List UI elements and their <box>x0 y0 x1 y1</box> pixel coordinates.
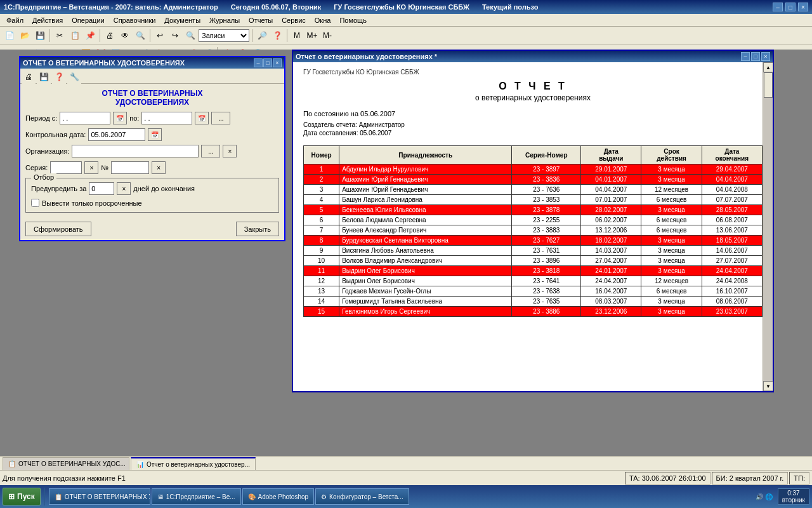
cell-term: 6 месяцев <box>641 195 702 205</box>
warn-clear-btn[interactable]: × <box>117 182 131 195</box>
close-button-dialog[interactable]: Закрыть <box>236 222 279 236</box>
bottom-tab-0[interactable]: 📋 ОТЧЕТ О ВЕТЕРИНАРНЫХ УДОС... <box>3 457 129 470</box>
menu-item-сервис[interactable]: Сервис <box>278 16 310 25</box>
menu-item-отчеты[interactable]: Отчеты <box>245 16 277 25</box>
small-dialog-minimize[interactable]: – <box>254 58 263 67</box>
cell-num: 15 <box>304 307 339 317</box>
tb-paste-button[interactable]: 📌 <box>83 29 97 43</box>
cell-date: 27.04.2007 <box>581 256 641 266</box>
report-content[interactable]: ГУ Госветслужбы КО Юргинская СББЖ О Т Ч … <box>293 62 773 391</box>
cell-date: 16.04.2007 <box>581 286 641 297</box>
toolbar-sep-2 <box>100 29 100 42</box>
tb-copy-button[interactable]: 📋 <box>68 29 82 43</box>
maximize-button[interactable]: □ <box>785 3 796 11</box>
cell-end: 06.08.2007 <box>702 215 762 225</box>
taskbar-item-2[interactable]: 🎨 Adobe Photoshop <box>242 488 315 505</box>
tb-cut-button[interactable]: ✂ <box>53 29 67 43</box>
toolbar-sep-4 <box>252 29 252 42</box>
cell-num: 5 <box>304 205 339 215</box>
org-input[interactable] <box>72 145 199 157</box>
tb-btn-8[interactable]: ↩ <box>153 29 167 43</box>
org-dots-btn[interactable]: ... <box>201 145 220 157</box>
period-to-input[interactable] <box>141 112 192 124</box>
control-date-row: Контрольная дата: 📅 <box>25 128 279 141</box>
tb-btn-10[interactable]: 🔎 <box>255 29 269 43</box>
report-maximize-btn[interactable]: □ <box>751 52 760 61</box>
sd-tb-btn-4[interactable]: 🔧 <box>67 70 81 84</box>
scroll-up-btn[interactable]: ▲ <box>763 62 773 72</box>
scroll-down-btn[interactable]: ▼ <box>763 381 773 391</box>
menu-item-операции[interactable]: Операции <box>68 16 108 25</box>
scroll-thumb[interactable] <box>764 72 773 98</box>
num-input[interactable] <box>111 161 149 174</box>
tb-btn-mplus[interactable]: M+ <box>305 29 319 43</box>
tb-btn-m[interactable]: M <box>290 29 304 43</box>
cell-term: 6 месяцев <box>641 286 702 297</box>
report-title-bar: Отчет о ветеринарных удостоверениях * – … <box>293 51 773 62</box>
menu-item-журналы[interactable]: Журналы <box>206 16 244 25</box>
form-button[interactable]: Сформировать <box>25 222 91 236</box>
tb-new-button[interactable]: 📄 <box>3 29 16 43</box>
num-clear-btn[interactable]: × <box>152 161 166 174</box>
warn-days-input[interactable] <box>89 182 114 195</box>
tb-combo[interactable]: Записи <box>199 29 249 42</box>
period-row: Период с: 📅 по: 📅 ... <box>25 112 279 124</box>
report-minimize-btn[interactable]: – <box>741 52 750 61</box>
period-from-input[interactable] <box>60 112 110 124</box>
warn-suffix: дней до окончания <box>133 185 195 192</box>
control-date-input[interactable] <box>88 128 145 141</box>
bottom-tab-1[interactable]: 📊 Отчет о ветеринарных удостовер... <box>131 457 256 470</box>
taskbar-item-3[interactable]: ⚙ Конфигуратор – Ветста... <box>315 488 409 505</box>
cell-end: 04.04.2007 <box>702 175 762 185</box>
taskbar-item-1[interactable]: 🖥 1С:Предприятие – Ве... <box>152 488 241 505</box>
bottom-tab-icon-1: 📊 <box>136 461 144 468</box>
cell-term: 3 месяца <box>641 256 702 266</box>
sd-tb-btn-3[interactable]: ❓ <box>52 70 66 84</box>
minimize-button[interactable]: – <box>773 3 783 11</box>
menu-item-действия[interactable]: Действия <box>29 16 67 25</box>
tb-btn-11[interactable]: ❓ <box>270 29 284 43</box>
small-dialog-close[interactable]: × <box>273 58 282 67</box>
tb-btn-9[interactable]: ↪ <box>168 29 182 43</box>
overdue-row: Вывести только просроченные <box>31 199 273 207</box>
cell-end: 23.03.2007 <box>702 307 762 317</box>
menu-item-документы[interactable]: Документы <box>160 16 204 25</box>
org-clear-btn[interactable]: × <box>223 145 237 157</box>
sd-tb-btn-2[interactable]: 💾 <box>37 70 51 84</box>
menu-item-файл[interactable]: Файл <box>3 16 27 25</box>
taskbar-item-0[interactable]: 📋 ОТЧЕТ О ВЕТЕРИНАРНЫХ УДОС... <box>49 488 150 505</box>
control-date-calendar-btn[interactable]: 📅 <box>148 128 162 141</box>
tb-btn-6[interactable]: 👁 <box>118 29 132 43</box>
cell-num: 10 <box>304 256 339 266</box>
sd-tb-btn-1[interactable]: 🖨 <box>22 70 36 84</box>
report-scrollbar-v[interactable]: ▲ ▼ <box>763 62 773 391</box>
start-button[interactable]: ⊞ Пуск <box>3 488 41 505</box>
tb-btn-7[interactable]: 🔍 <box>133 29 147 43</box>
title-bar: 1С:Предприятие – Ветстанция - 2007: вате… <box>0 0 812 14</box>
menu-item-окна[interactable]: Окна <box>311 16 335 25</box>
taskbar-items: 📋 ОТЧЕТ О ВЕТЕРИНАРНЫХ УДОС... 🖥 1С:Пред… <box>49 488 753 505</box>
only-overdue-checkbox[interactable] <box>31 199 39 207</box>
tb-save-button[interactable]: 💾 <box>33 29 47 43</box>
cell-name: Башун Лариса Леонидовна <box>339 195 512 205</box>
period-dots-btn[interactable]: ... <box>211 112 230 124</box>
period-to-calendar-btn[interactable]: 📅 <box>195 112 209 124</box>
menu-item-помощь[interactable]: Помощь <box>336 16 370 25</box>
serial-clear-btn[interactable]: × <box>84 161 98 174</box>
serial-input[interactable] <box>50 161 82 174</box>
status-bi: БИ: 2 квартал 2007 г. <box>712 472 789 485</box>
menu-item-справочники[interactable]: Справочники <box>110 16 160 25</box>
tb-btn-mminus[interactable]: M- <box>320 29 334 43</box>
tb-search-button[interactable]: 🔍 <box>183 29 197 43</box>
report-close-btn[interactable]: × <box>761 52 770 61</box>
cell-end: 04.04.2008 <box>702 185 762 195</box>
tb-open-button[interactable]: 📂 <box>18 29 32 43</box>
serial-label: Серия: <box>25 164 48 171</box>
period-label: Период с: <box>25 114 57 122</box>
tb-btn-5[interactable]: 🖨 <box>103 29 117 43</box>
small-dialog-maximize[interactable]: □ <box>263 58 272 67</box>
period-from-calendar-btn[interactable]: 📅 <box>113 112 127 124</box>
cell-name: Гомершмидт Татьяна Васильевна <box>339 297 512 307</box>
cell-date: 04.04.2007 <box>581 185 641 195</box>
close-button[interactable]: × <box>798 3 808 11</box>
